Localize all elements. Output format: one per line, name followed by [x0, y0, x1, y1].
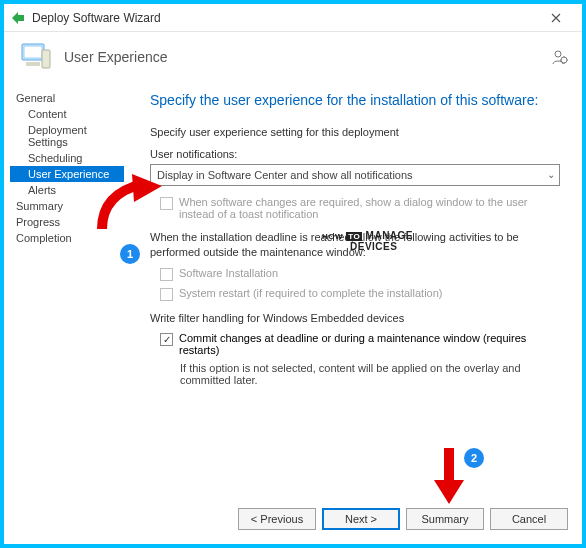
close-button[interactable] [536, 4, 576, 32]
commit-changes-note: If this option is not selected, content … [180, 362, 560, 386]
content-heading: Specify the user experience for the inst… [150, 92, 560, 108]
previous-button[interactable]: < Previous [238, 508, 316, 530]
next-button[interactable]: Next > [322, 508, 400, 530]
summary-button[interactable]: Summary [406, 508, 484, 530]
system-restart-checkbox-row: System restart (if required to complete … [160, 287, 560, 301]
watermark: HOW TO MANAGE DEVICES [322, 230, 413, 252]
content-panel: Specify the user experience for the inst… [126, 86, 582, 498]
system-restart-label: System restart (if required to complete … [179, 287, 443, 299]
commit-changes-label: Commit changes at deadline or during a m… [179, 332, 560, 356]
sidebar-item-content[interactable]: Content [10, 106, 124, 122]
content-description: Specify user experience setting for this… [150, 126, 560, 138]
user-notifications-dropdown[interactable]: Display in Software Center and show all … [150, 164, 560, 186]
user-setting-icon[interactable] [552, 49, 568, 65]
annotation-badge-2: 2 [464, 448, 484, 468]
sidebar-item-user-experience[interactable]: User Experience [10, 166, 124, 182]
dialog-window-checkbox [160, 197, 173, 210]
user-notifications-value: Display in Software Center and show all … [157, 169, 413, 181]
sidebar-item-completion[interactable]: Completion [10, 230, 124, 246]
computer-icon [18, 40, 52, 74]
wizard-footer: < Previous Next > Summary Cancel [4, 498, 582, 544]
sidebar-item-scheduling[interactable]: Scheduling [10, 150, 124, 166]
software-installation-checkbox-row: Software Installation [160, 267, 560, 281]
svg-rect-2 [42, 50, 50, 68]
titlebar: Deploy Software Wizard [4, 4, 582, 32]
svg-rect-3 [26, 62, 40, 66]
sidebar-item-alerts[interactable]: Alerts [10, 182, 124, 198]
commit-changes-checkbox[interactable]: ✓ [160, 333, 173, 346]
cancel-button[interactable]: Cancel [490, 508, 568, 530]
annotation-badge-1: 1 [120, 244, 140, 264]
software-installation-checkbox [160, 268, 173, 281]
write-filter-label: Write filter handling for Windows Embedd… [150, 311, 560, 326]
svg-rect-1 [24, 46, 42, 58]
dialog-window-checkbox-row: When software changes are required, show… [160, 196, 560, 220]
wizard-steps-sidebar: General Content Deployment Settings Sche… [4, 86, 126, 498]
sidebar-item-summary[interactable]: Summary [10, 198, 124, 214]
dialog-window-checkbox-label: When software changes are required, show… [179, 196, 560, 220]
svg-point-4 [555, 51, 561, 57]
sidebar-item-deployment-settings[interactable]: Deployment Settings [10, 122, 124, 150]
sidebar-item-general[interactable]: General [10, 90, 124, 106]
chevron-down-icon: ⌄ [547, 169, 555, 180]
sidebar-item-progress[interactable]: Progress [10, 214, 124, 230]
wizard-window: Deploy Software Wizard User Experience G… [4, 4, 582, 544]
svg-point-5 [561, 57, 567, 63]
commit-changes-checkbox-row[interactable]: ✓ Commit changes at deadline or during a… [160, 332, 560, 356]
app-icon [10, 10, 26, 26]
user-notifications-label: User notifications: [150, 148, 560, 160]
wizard-header: User Experience [4, 32, 582, 86]
window-title: Deploy Software Wizard [32, 11, 536, 25]
system-restart-checkbox [160, 288, 173, 301]
software-installation-label: Software Installation [179, 267, 278, 279]
page-title: User Experience [64, 49, 168, 65]
